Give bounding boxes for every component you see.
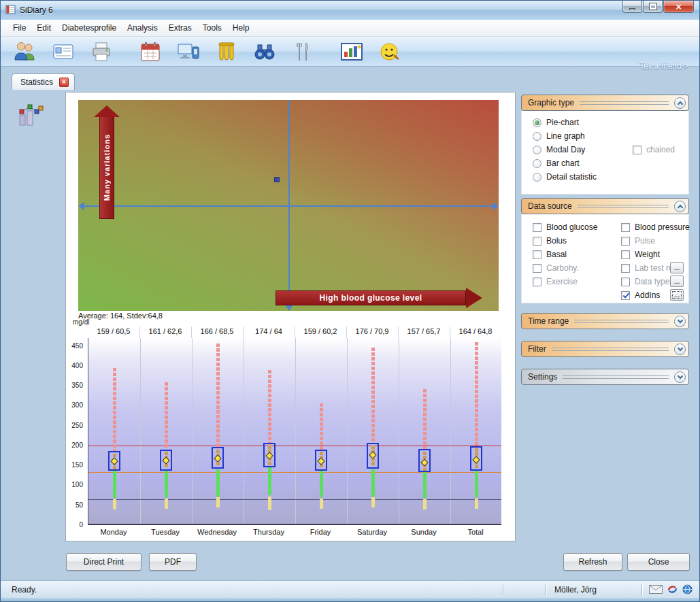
- panel-header-graphic-type[interactable]: Graphic type: [521, 95, 689, 111]
- radio-option-pie-chart[interactable]: Pie-chart: [533, 118, 579, 127]
- checkbox-carbohydrates[interactable]: Carbohy.: [533, 263, 579, 273]
- radio-option-line-graph[interactable]: Line graph: [533, 131, 585, 141]
- high-value-dot: [216, 367, 220, 371]
- checkbox-blood-pressure[interactable]: Blood pressure: [621, 222, 690, 232]
- checkbox-exercise[interactable]: Exercise: [533, 277, 578, 286]
- analysis-button[interactable]: [250, 38, 280, 65]
- more-button-addins[interactable]: ...: [670, 289, 684, 301]
- app-icon: [5, 4, 16, 17]
- high-value-dot: [216, 434, 220, 437]
- x-arrow-label: High blood glucose level: [320, 293, 422, 303]
- high-value-dot: [320, 403, 323, 407]
- radio-option-bar-chart[interactable]: Bar chart: [533, 158, 580, 168]
- panel-header-settings[interactable]: Settings: [521, 369, 689, 385]
- low-value-dot: [268, 507, 271, 510]
- checkbox-icon: [533, 264, 541, 273]
- patients-button[interactable]: [10, 38, 40, 65]
- y-arrow-label: Many variations: [103, 134, 111, 201]
- calendar-button[interactable]: [135, 38, 165, 65]
- logbook-button[interactable]: [48, 38, 78, 65]
- menu-edit[interactable]: Edit: [31, 21, 56, 35]
- more-button-data-types[interactable]: ...: [670, 275, 684, 287]
- tab-statistics[interactable]: Statistics ×: [12, 73, 75, 90]
- checkbox-data-types[interactable]: Data types: [621, 277, 673, 286]
- nutrition-button[interactable]: [288, 38, 318, 65]
- close-button[interactable]: Close: [627, 553, 690, 571]
- checkbox-pulse[interactable]: Pulse: [621, 236, 655, 246]
- statistics-nav-button[interactable]: [17, 103, 44, 129]
- checkbox-icon: [633, 146, 641, 154]
- high-value-dot: [475, 371, 478, 374]
- statistics-button[interactable]: [337, 38, 367, 65]
- print-button[interactable]: [86, 38, 116, 65]
- panel-header-data-source[interactable]: Data source: [521, 198, 689, 214]
- sync-device-button[interactable]: [173, 38, 203, 65]
- menu-file[interactable]: File: [7, 21, 31, 35]
- checkbox-chained[interactable]: chained: [633, 145, 675, 154]
- grid-line: [244, 338, 244, 524]
- menu-analysis[interactable]: Analysis: [122, 21, 163, 35]
- feedback-button[interactable]: [375, 38, 405, 65]
- panel-header-filter[interactable]: Filter: [521, 341, 689, 357]
- menubar: File Edit Diabetesprofile Analysis Extra…: [1, 20, 699, 37]
- menu-tools[interactable]: Tools: [197, 21, 227, 35]
- low-normal-bar: [165, 471, 168, 497]
- expand-button[interactable]: [674, 316, 686, 327]
- checkbox-addins[interactable]: AddIns: [621, 290, 660, 300]
- expand-button[interactable]: [674, 344, 686, 355]
- high-value-dot: [165, 439, 168, 443]
- refresh-button[interactable]: Refresh: [563, 553, 622, 571]
- menu-help[interactable]: Help: [227, 21, 255, 35]
- checkbox-blood-glucose[interactable]: Blood glucose: [533, 222, 597, 232]
- sync-status-icon[interactable]: [667, 584, 678, 595]
- radio-option-detail-statistic[interactable]: Detail statistic: [533, 172, 597, 182]
- minimize-icon: [629, 8, 635, 10]
- grid-line: [450, 338, 451, 524]
- checkbox-label: Data types: [635, 277, 673, 286]
- high-value-dot: [320, 408, 323, 412]
- high-value-dot: [475, 366, 478, 369]
- menu-diabetesprofile[interactable]: Diabetesprofile: [56, 21, 122, 35]
- y-axis-unit: mg/dl: [73, 318, 89, 326]
- checkbox-basal[interactable]: Basal: [533, 250, 567, 259]
- direct-print-button[interactable]: Direct Print: [66, 553, 141, 571]
- globe-icon[interactable]: [682, 584, 693, 595]
- high-value-dot: [475, 347, 478, 350]
- high-value-dot: [320, 432, 323, 435]
- collapse-button[interactable]: [674, 201, 686, 212]
- checkbox-bolus[interactable]: Bolus: [533, 236, 567, 246]
- scatter-points: [78, 100, 499, 311]
- statusbar-separator: [503, 584, 503, 595]
- high-value-dot: [475, 423, 478, 427]
- radio-option-modal-day[interactable]: Modal Day: [533, 145, 585, 154]
- tab-close-icon[interactable]: ×: [59, 78, 69, 87]
- high-value-dot: [165, 387, 168, 390]
- panel-header-time-range[interactable]: Time range: [521, 313, 689, 329]
- pdf-button[interactable]: PDF: [149, 553, 197, 571]
- high-value-dot: [216, 396, 220, 399]
- checkbox-label: Blood pressure: [635, 222, 690, 232]
- close-window-button[interactable]: ×: [663, 1, 694, 13]
- up-arrow-icon: [94, 105, 120, 117]
- high-value-dot: [113, 401, 116, 405]
- y-tick-label: 250: [71, 422, 83, 429]
- collapse-button[interactable]: [674, 97, 686, 109]
- data-source-body: Blood glucose Bolus Basal Carbohy. Exerc…: [521, 214, 689, 303]
- high-value-dot: [371, 386, 375, 389]
- minimize-button[interactable]: [622, 1, 642, 13]
- maximize-button[interactable]: [643, 1, 663, 13]
- scatter-chart: Many variations High blood glucose level: [78, 100, 499, 311]
- tell-a-friend-link[interactable]: Tell a friend >: [639, 61, 688, 71]
- high-value-dot: [113, 373, 116, 376]
- high-value-dot: [216, 420, 220, 423]
- expand-button[interactable]: [674, 371, 686, 383]
- high-value-dot: [475, 418, 478, 422]
- radio-icon: [533, 118, 541, 127]
- mail-icon[interactable]: [649, 585, 663, 594]
- checkbox-weight[interactable]: Weight: [621, 250, 660, 259]
- more-button-lab-test[interactable]: ...: [670, 262, 684, 273]
- restore-icon: [650, 3, 656, 10]
- menu-extras[interactable]: Extras: [163, 21, 197, 35]
- lab-results-button[interactable]: [212, 38, 241, 65]
- checkbox-icon: [621, 291, 630, 300]
